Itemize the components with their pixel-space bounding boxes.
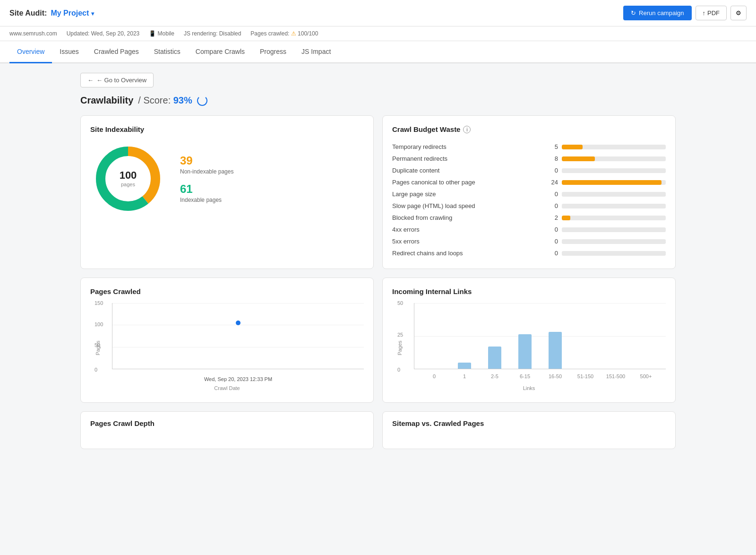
budget-label: 4xx errors — [392, 226, 537, 233]
budget-row: 5xx errors 0 — [392, 235, 666, 247]
mobile-icon: 📱 — [149, 30, 156, 37]
budget-label: Pages canonical to other page — [392, 179, 537, 186]
budget-count: 8 — [541, 155, 558, 162]
budget-count: 2 — [541, 214, 558, 221]
device-type: 📱 Mobile — [149, 30, 174, 37]
bar-rect — [549, 332, 562, 369]
bar-x-label: 500+ — [640, 373, 652, 379]
bar-background — [562, 251, 666, 256]
budget-count: 24 — [541, 179, 558, 186]
donut-chart: 100 pages — [90, 141, 166, 217]
sitemap-vs-crawled-card: Sitemap vs. Crawled Pages — [382, 411, 676, 449]
indexable-label: Indexable pages — [180, 197, 233, 203]
budget-label: Duplicate content — [392, 167, 537, 174]
page-header: Crawlability / Score: 93% — [80, 95, 676, 106]
donut-total: 100 — [120, 170, 137, 181]
y-label-0: 0 — [94, 367, 97, 373]
bar-background — [562, 216, 666, 220]
budget-count: 0 — [541, 226, 558, 233]
crawl-budget-card: Crawl Budget Waste i Temporary redirects… — [382, 115, 676, 269]
bar-wrapper: 16-50 — [540, 303, 570, 369]
bar-y-0: 0 — [397, 367, 400, 373]
nav-item-progress[interactable]: Progress — [252, 41, 294, 63]
bar-background — [562, 239, 666, 244]
budget-row: Temporary redirects 5 — [392, 141, 666, 153]
budget-label: 5xx errors — [392, 238, 537, 245]
warning-icon: ⚠ — [291, 30, 298, 37]
bar-x-label: 2-5 — [491, 373, 498, 379]
donut-center: 100 pages — [120, 170, 137, 187]
js-rendering: JS rendering: Disabled — [184, 30, 241, 37]
budget-table: Temporary redirects 5 Permanent redirect… — [392, 141, 666, 259]
pages-crawled-card: Pages Crawled Pages 150 100 50 0 Wed, — [80, 278, 374, 403]
bar-y-25: 25 — [397, 332, 403, 338]
non-indexable-count: 39 — [180, 154, 233, 167]
nav-item-compare-crawls[interactable]: Compare Crawls — [188, 41, 252, 63]
back-button[interactable]: ← ← Go to Overview — [80, 73, 154, 87]
bar-x-label: 51-150 — [577, 373, 593, 379]
bar-background — [562, 156, 666, 161]
budget-count: 5 — [541, 143, 558, 150]
budget-label: Permanent redirects — [392, 155, 537, 162]
budget-row: Large page size 0 — [392, 188, 666, 200]
row-1: Site Indexability 100 pages — [80, 115, 676, 269]
info-icon[interactable]: i — [463, 126, 471, 133]
budget-count: 0 — [541, 167, 558, 174]
bar-background — [562, 192, 666, 197]
bar-x-label: 151-500 — [606, 373, 625, 379]
bar-wrapper: 0 — [419, 303, 449, 369]
budget-row: Redirect chains and loops 0 — [392, 247, 666, 259]
site-url: www.semrush.com — [9, 30, 57, 37]
links-x-title: Links — [523, 385, 535, 391]
bar-x-label: 1 — [463, 373, 466, 379]
bar-x-label: 0 — [433, 373, 436, 379]
pages-crawled-title: Pages Crawled — [90, 287, 364, 295]
budget-label: Temporary redirects — [392, 143, 537, 150]
pages-crawled-meta: Pages crawled: ⚠ 100/100 — [250, 30, 318, 37]
x-label-date: Wed, Sep 20, 2023 12:33 PM — [204, 376, 272, 382]
site-indexability-title: Site Indexability — [90, 125, 364, 133]
budget-label: Blocked from crawling — [392, 214, 537, 221]
sitemap-vs-crawled-title: Sitemap vs. Crawled Pages — [392, 419, 666, 427]
budget-count: 0 — [541, 250, 558, 257]
nav-item-overview[interactable]: Overview — [9, 41, 52, 63]
pdf-button[interactable]: ↑ PDF — [696, 6, 727, 20]
main-content: ← ← Go to Overview Crawlability / Score:… — [71, 63, 685, 467]
top-bar: Site Audit: My Project ▾ ↻ Rerun campaig… — [0, 0, 756, 26]
nav-item-issues[interactable]: Issues — [52, 41, 86, 63]
row-3: Pages Crawl Depth Sitemap vs. Crawled Pa… — [80, 411, 676, 449]
nav-item-crawled-pages[interactable]: Crawled Pages — [86, 41, 146, 63]
bar-wrapper: 151-500 — [601, 303, 631, 369]
budget-label: Redirect chains and loops — [392, 250, 537, 257]
budget-row: Permanent redirects 8 — [392, 153, 666, 165]
budget-count: 0 — [541, 202, 558, 209]
bar-wrapper: 2-5 — [480, 303, 510, 369]
pages-crawl-depth-card: Pages Crawl Depth — [80, 411, 374, 449]
y-label-50: 50 — [94, 342, 100, 348]
refresh-icon[interactable] — [197, 95, 207, 106]
budget-row: Duplicate content 0 — [392, 165, 666, 176]
budget-label: Large page size — [392, 191, 537, 198]
back-icon: ← — [87, 77, 94, 84]
budget-count: 0 — [541, 238, 558, 245]
rerun-button[interactable]: ↻ Rerun campaign — [623, 6, 691, 20]
data-point — [236, 321, 241, 325]
incoming-links-card: Incoming Internal Links Pages 50 25 0 0 … — [382, 278, 676, 403]
site-audit-label: Site Audit: — [9, 9, 47, 17]
nav-item-statistics[interactable]: Statistics — [146, 41, 188, 63]
bar-x-label: 16-50 — [549, 373, 562, 379]
bar-chart-inner: 50 25 0 0 1 2-5 6-15 16-50 51-150 151 — [414, 303, 666, 369]
upload-icon: ↑ — [703, 9, 706, 17]
meta-bar: www.semrush.com Updated: Wed, Sep 20, 20… — [0, 26, 756, 41]
indexable-stat: 61 Indexable pages — [180, 182, 233, 203]
top-bar-left: Site Audit: My Project ▾ — [9, 9, 94, 17]
indexability-body: 100 pages 39 Non-indexable pages 61 Inde… — [90, 141, 364, 217]
settings-button[interactable]: ⚙ — [730, 6, 747, 20]
updated-date: Updated: Wed, Sep 20, 2023 — [67, 30, 140, 37]
crawl-date-label: Crawl Date — [214, 385, 240, 391]
bar-fill — [562, 156, 595, 161]
project-name[interactable]: My Project ▾ — [51, 9, 94, 17]
incoming-links-title: Incoming Internal Links — [392, 287, 666, 295]
nav-item-js-impact[interactable]: JS Impact — [294, 41, 338, 63]
budget-row: 4xx errors 0 — [392, 224, 666, 235]
